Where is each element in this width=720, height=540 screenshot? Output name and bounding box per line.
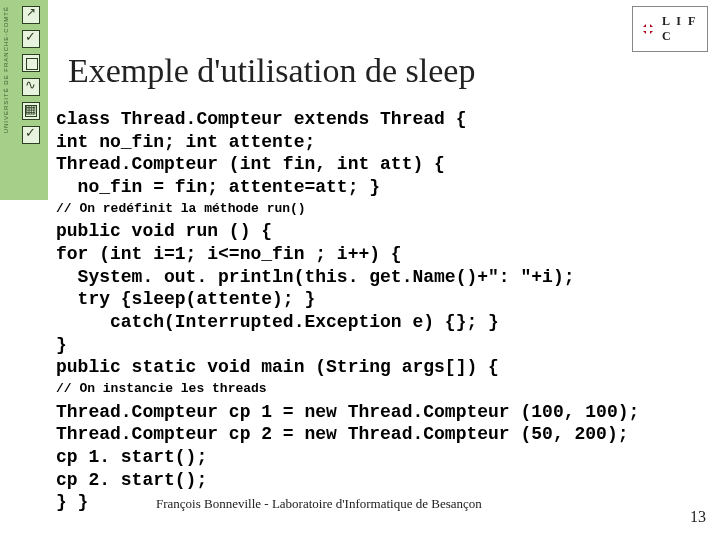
slide: UNIVERSITÉ DE FRANCHE-COMTÉ L I F C Exem…	[0, 0, 720, 540]
svg-rect-1	[641, 27, 655, 31]
code-comment-1: // On redéfinit la méthode run()	[56, 201, 676, 217]
sidebar-icon-stack	[22, 6, 40, 144]
slide-title: Exemple d'utilisation de sleep	[68, 52, 475, 90]
lifc-logo: L I F C	[632, 6, 708, 52]
sidebar-icon-check	[22, 30, 40, 48]
code-block-2: public void run () { for (int i=1; i<=no…	[56, 220, 676, 379]
lifc-logo-text: L I F C	[662, 14, 703, 44]
slide-body: class Thread.Compteur extends Thread { i…	[56, 108, 676, 514]
lifc-logo-icon	[637, 18, 659, 40]
code-block-1: class Thread.Compteur extends Thread { i…	[56, 108, 676, 199]
page-number: 13	[690, 508, 706, 526]
sidebar-icon-arrow	[22, 6, 40, 24]
sidebar-icon-check-2	[22, 126, 40, 144]
sidebar-icon-grid	[22, 54, 40, 72]
code-comment-2: // On instancie les threads	[56, 381, 676, 397]
sidebar-university-label: UNIVERSITÉ DE FRANCHE-COMTÉ	[3, 6, 9, 133]
sidebar-icon-wave	[22, 78, 40, 96]
footer-author: François Bonneville - Laboratoire d'Info…	[156, 496, 482, 511]
sidebar: UNIVERSITÉ DE FRANCHE-COMTÉ	[0, 0, 48, 200]
sidebar-icon-calendar	[22, 102, 40, 120]
